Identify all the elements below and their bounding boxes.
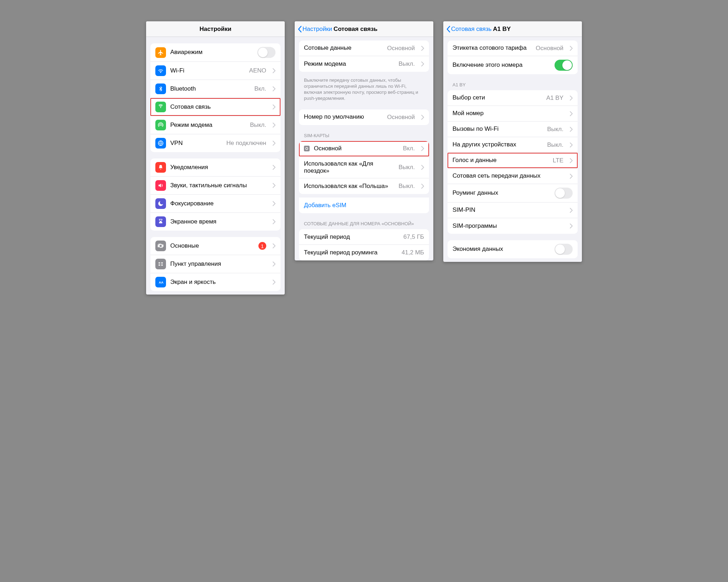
settings-row[interactable]: Сотовая сеть передачи данных [448, 168, 578, 184]
settings-row[interactable]: Текущий период67,5 ГБ [299, 229, 429, 245]
row-value: Выкл. [398, 183, 415, 190]
sound-icon [155, 180, 166, 191]
settings-row[interactable]: Авиарежим [150, 43, 280, 62]
settings-row[interactable]: OОсновнойВкл. [299, 141, 429, 157]
svg-text:AA: AA [159, 281, 164, 284]
back-label: Настройки [303, 26, 332, 33]
settings-row[interactable]: Сотовые данныеОсновной [299, 41, 429, 56]
toggle[interactable] [555, 60, 573, 71]
row-label: Авиарежим [170, 49, 253, 56]
settings-row[interactable]: Уведомления [150, 158, 280, 177]
chevron-right-icon [570, 158, 573, 163]
settings-row[interactable]: Текущий период роуминга41,2 МБ [299, 245, 429, 260]
hotspot-icon [155, 120, 166, 130]
usage-header: СОТОВЫЕ ДАННЫЕ ДЛЯ НОМЕРА «ОСНОВНОЙ» [295, 219, 433, 228]
row-label: Экономия данных [453, 246, 550, 253]
settings-row[interactable]: Включение этого номера [448, 56, 578, 74]
settings-row[interactable]: AAЭкран и яркость [150, 273, 280, 291]
chevron-right-icon [421, 165, 424, 170]
settings-row[interactable]: Режим модемаВыкл. [299, 56, 429, 72]
chevron-right-icon [273, 262, 275, 266]
chevron-right-icon [273, 201, 275, 206]
settings-row[interactable]: Вызовы по Wi-FiВыкл. [448, 122, 578, 137]
brightness-icon: AA [155, 277, 166, 287]
row-value: LTE [553, 157, 563, 164]
row-label: Экран и яркость [170, 279, 266, 286]
settings-row[interactable]: Голос и данныеLTE [448, 153, 578, 168]
settings-row[interactable]: Сотовая связь [150, 98, 280, 116]
settings-row[interactable]: SIM-программы [448, 218, 578, 234]
settings-row[interactable]: Выбор сетиA1 BY [448, 90, 578, 106]
settings-row[interactable]: Мой номер [448, 106, 578, 122]
chevron-right-icon [421, 46, 424, 51]
row-value: Выкл. [547, 141, 563, 149]
settings-row[interactable]: Использовался как «Польша»Выкл. [299, 178, 429, 194]
airplane-icon [155, 47, 166, 58]
settings-row[interactable]: Номер по умолчаниюОсновной [299, 109, 429, 125]
settings-row[interactable]: Wi-FiAENO [150, 62, 280, 80]
settings-row[interactable]: Фокусирование [150, 195, 280, 213]
row-label: Звуки, тактильные сигналы [170, 182, 266, 189]
settings-row[interactable]: На других устройствахВыкл. [448, 137, 578, 153]
settings-row[interactable]: Пункт управления [150, 255, 280, 273]
row-value: 41,2 МБ [402, 249, 424, 256]
settings-row[interactable]: Экономия данных [448, 240, 578, 258]
settings-row[interactable]: VPNНе подключен [150, 134, 280, 152]
settings-row[interactable]: Использовался как «Для поездок»Выкл. [299, 157, 429, 179]
settings-row[interactable]: Звуки, тактильные сигналы [150, 177, 280, 195]
row-label: Текущий период [304, 233, 399, 241]
vpn-icon [155, 138, 166, 149]
row-label: Основной [314, 145, 398, 152]
settings-row[interactable]: Основные1 [150, 237, 280, 255]
row-label: Режим модема [304, 60, 394, 68]
toggle[interactable] [257, 47, 275, 58]
toggle[interactable] [555, 188, 573, 199]
chevron-right-icon [570, 174, 573, 179]
row-value: 67,5 ГБ [403, 233, 424, 241]
bluetooth-icon [155, 83, 166, 94]
add-esim-button[interactable]: Добавить eSIM [299, 198, 429, 213]
row-value: AENO [249, 67, 266, 74]
svg-rect-3 [159, 265, 160, 266]
row-label: Wi-Fi [170, 67, 245, 74]
chevron-right-icon [570, 111, 573, 116]
badge: 1 [258, 242, 266, 250]
toggle[interactable] [555, 244, 573, 255]
row-label: Сотовая сеть передачи данных [453, 172, 563, 179]
nav-bar: Настройки Сотовая связь [295, 21, 433, 37]
moon-icon [155, 198, 166, 209]
settings-row[interactable]: SIM-PIN [448, 203, 578, 218]
row-label: Bluetooth [170, 85, 250, 92]
row-label: Включение этого номера [453, 61, 550, 69]
row-value: A1 BY [546, 95, 563, 102]
settings-row[interactable]: Режим модемаВыкл. [150, 116, 280, 134]
chevron-right-icon [273, 123, 275, 128]
row-label: Роуминг данных [453, 189, 550, 196]
settings-row[interactable]: Роуминг данных [448, 184, 578, 203]
row-label: Текущий период роуминга [304, 249, 397, 256]
nav-title: A1 BY [493, 26, 511, 33]
back-button[interactable]: Сотовая связь [446, 26, 492, 33]
chevron-right-icon [273, 280, 275, 285]
back-button[interactable]: Настройки [298, 26, 332, 33]
settings-row[interactable]: Экранное время [150, 213, 280, 231]
carrier-screen: Сотовая связь A1 BY Этикетка сотового та… [443, 21, 582, 262]
chevron-right-icon [273, 86, 275, 91]
row-label: Вызовы по Wi-Fi [453, 125, 543, 133]
settings-row[interactable]: Этикетка сотового тарифаОсновной [448, 41, 578, 56]
chevron-right-icon [570, 142, 573, 147]
cellular-screen: Настройки Сотовая связь Сотовые данныеОс… [295, 21, 433, 260]
bell-icon [155, 162, 166, 173]
row-label: Использовался как «Польша» [304, 183, 394, 190]
chevron-right-icon [421, 184, 424, 189]
chevron-right-icon [570, 223, 573, 228]
settings-row[interactable]: BluetoothВкл. [150, 80, 280, 98]
row-value: Выкл. [398, 60, 415, 68]
chevron-right-icon [273, 165, 275, 170]
svg-rect-1 [159, 263, 160, 264]
nav-title: Настройки [199, 26, 231, 33]
row-label: Режим модема [170, 122, 246, 129]
gear-icon [155, 241, 166, 251]
row-label: Уведомления [170, 164, 266, 171]
control-icon [155, 259, 166, 269]
